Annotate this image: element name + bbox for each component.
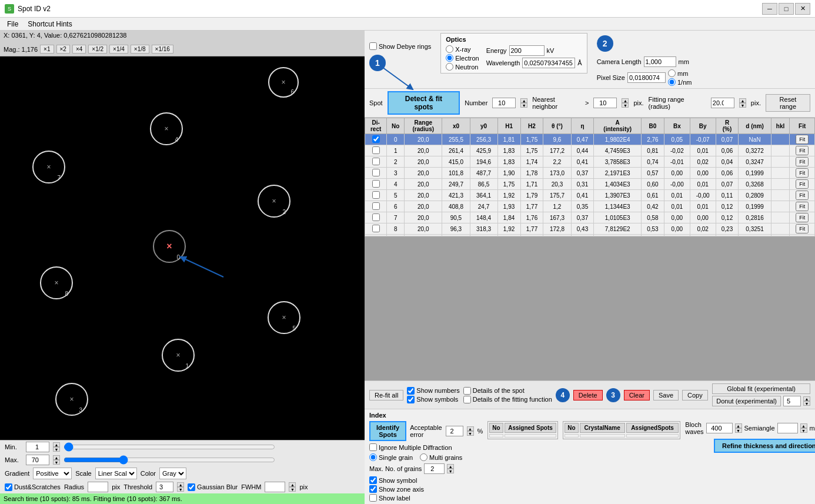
color-select[interactable]: Gray Hot Cool [159, 468, 186, 479]
fit-button[interactable]: Fit [796, 157, 809, 166]
fit-button[interactable]: Fit [796, 135, 809, 144]
show-zone-axis-checkbox[interactable] [369, 485, 377, 493]
fwhm-up[interactable]: ▲ [289, 482, 296, 487]
fit-button[interactable]: Fit [796, 191, 809, 200]
ignore-diffraction-label[interactable]: Ignore Multiple Diffraction [369, 443, 483, 451]
menu-shortcut-hints[interactable]: Shortcut Hints [23, 19, 76, 29]
donut-up[interactable]: ▲ [803, 396, 810, 401]
table-row[interactable]: 7 20,0 90,5 148,4 1,84 1,76 167,3 0,37 1… [365, 212, 815, 223]
error-up[interactable]: ▲ [467, 426, 474, 431]
details-fit-checkbox[interactable] [463, 396, 471, 403]
wavelength-input[interactable] [522, 58, 575, 68]
global-fit-button[interactable]: Global fit (experimental) [712, 383, 810, 394]
max-down[interactable]: ▼ [53, 460, 60, 465]
table-row[interactable]: 6 20,0 408,8 24,7 1,93 1,77 1,2 0,35 1,1… [365, 201, 815, 212]
semi-up[interactable]: ▲ [800, 423, 807, 428]
fwhm-input[interactable] [265, 482, 285, 492]
number-down[interactable]: ▼ [520, 103, 527, 108]
xray-label[interactable]: X-ray [446, 45, 479, 53]
mag-x2[interactable]: ×2 [56, 45, 70, 54]
threshold-input[interactable] [156, 482, 173, 492]
scale-select[interactable]: Liner Scal Log Scale [95, 468, 137, 479]
spot-6[interactable]: × 6 [268, 67, 299, 98]
close-button[interactable]: ✕ [795, 3, 810, 15]
debye-checkbox-label[interactable]: Show Debye rings [369, 42, 431, 50]
table-row[interactable]: 3 20,0 101,8 487,7 1,90 1,78 173,0 0,37 … [365, 168, 815, 179]
cell-direct[interactable] [365, 190, 387, 201]
cell-direct[interactable] [365, 156, 387, 168]
donut-down[interactable]: ▼ [803, 401, 810, 406]
camera-length-input[interactable] [644, 56, 676, 67]
bloch-up[interactable]: ▲ [735, 423, 742, 428]
cell-direct[interactable] [365, 212, 387, 223]
mag-x1/16[interactable]: ×1/16 [152, 45, 173, 54]
cell-fit[interactable]: Fit [790, 156, 815, 168]
details-spot-checkbox[interactable] [463, 387, 471, 395]
neutron-radio[interactable] [446, 63, 453, 71]
show-label-checkbox[interactable] [369, 494, 377, 502]
min-down[interactable]: ▼ [53, 447, 60, 452]
dust-checkbox-label[interactable]: Dust&Scratches [5, 483, 61, 491]
fitting-down[interactable]: ▼ [739, 103, 746, 108]
cell-direct[interactable] [365, 145, 387, 156]
gaussian-checkbox-label[interactable]: Gaussian Blur [188, 483, 238, 491]
fit-button[interactable]: Fit [796, 224, 809, 233]
cell-fit[interactable]: Fit [790, 168, 815, 179]
spot-1[interactable]: × 1 [162, 339, 195, 372]
error-input[interactable] [446, 426, 463, 436]
show-label-label[interactable]: Show label [369, 494, 483, 502]
table-row[interactable]: 0 20,0 255,5 256,3 1,81 1,75 9,6 0,47 1,… [365, 134, 815, 145]
fit-button[interactable]: Fit [796, 168, 809, 178]
cell-direct[interactable] [365, 134, 387, 145]
spot-8[interactable]: × 8 [40, 266, 73, 299]
fit-button[interactable]: Fit [796, 213, 809, 222]
nearest-input[interactable] [593, 98, 617, 108]
delete-button[interactable]: Delete [573, 390, 603, 400]
clear-button[interactable]: Clear [624, 390, 650, 400]
menu-file[interactable]: File [2, 19, 23, 29]
table-row[interactable]: 1 20,0 261,4 425,9 1,83 1,75 177,2 0,44 … [365, 145, 815, 156]
cell-fit[interactable]: Fit [790, 190, 815, 201]
gaussian-checkbox[interactable] [188, 483, 195, 491]
mag-x1/4[interactable]: ×1/4 [109, 45, 128, 54]
threshold-down[interactable]: ▼ [177, 487, 184, 492]
multi-grain-label[interactable]: Multi grains [420, 453, 462, 461]
mag-x1/8[interactable]: ×1/8 [131, 45, 149, 54]
threshold-up[interactable]: ▲ [177, 482, 184, 487]
dust-checkbox[interactable] [5, 483, 12, 491]
table-row[interactable]: 4 20,0 249,7 86,5 1,75 1,71 20,3 0,31 1,… [365, 179, 815, 190]
fwhm-down[interactable]: ▼ [289, 487, 296, 492]
table-row[interactable]: 5 20,0 421,3 364,1 1,92 1,79 175,7 0,41 … [365, 190, 815, 201]
refit-all-button[interactable]: Re-fit all [369, 390, 403, 400]
nearest-down[interactable]: ▼ [622, 103, 629, 108]
max-grains-up[interactable]: ▲ [447, 464, 454, 469]
mag-x1[interactable]: ×1 [40, 45, 54, 54]
cell-fit[interactable]: Fit [790, 201, 815, 212]
pixel-1nm-radio[interactable] [668, 78, 676, 86]
min-slider[interactable] [64, 442, 275, 452]
fitting-input[interactable] [711, 98, 734, 108]
fit-button[interactable]: Fit [796, 146, 809, 155]
number-input[interactable] [492, 98, 516, 108]
pixel-1nm-label[interactable]: 1/nm [668, 78, 692, 86]
copy-button[interactable]: Copy [682, 390, 708, 400]
multi-grain-radio[interactable] [420, 453, 427, 461]
reset-range-button[interactable]: Reset range [766, 94, 810, 112]
spot-2[interactable]: × 2 [258, 185, 290, 218]
spot-5[interactable]: × 5 [268, 301, 300, 334]
energy-input[interactable] [509, 45, 545, 56]
bloch-input[interactable] [706, 423, 733, 433]
semi-input[interactable] [777, 423, 798, 433]
max-grains-down[interactable]: ▼ [447, 469, 454, 473]
maximize-button[interactable]: □ [779, 3, 794, 15]
table-row[interactable]: 8 20,0 96,3 318,3 1,92 1,77 172,8 0,43 7… [365, 223, 815, 235]
show-symbols-checkbox[interactable] [407, 396, 415, 403]
max-input[interactable] [26, 455, 49, 465]
save-button[interactable]: Save [653, 390, 679, 400]
pixel-size-input[interactable] [627, 72, 666, 83]
max-slider[interactable] [64, 455, 275, 465]
mag-x4[interactable]: ×4 [72, 45, 86, 54]
mag-x1/2[interactable]: ×1/2 [88, 45, 107, 54]
electron-radio[interactable] [446, 54, 453, 62]
spot-4[interactable]: × 4 [150, 112, 183, 145]
